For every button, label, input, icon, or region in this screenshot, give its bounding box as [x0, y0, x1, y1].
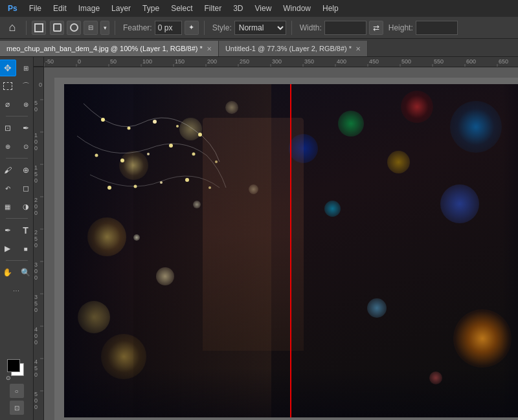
bokeh-right-5	[387, 151, 410, 173]
column-marquee-btn[interactable]: ⊟	[84, 21, 98, 35]
eraser-tool[interactable]: ◻	[17, 180, 34, 197]
move-tool[interactable]: ✥	[0, 60, 16, 76]
style-select[interactable]: Normal Fixed Ratio Fixed Size	[234, 21, 286, 35]
select-tools-2: ⌀ ⊛	[0, 96, 34, 113]
menu-file[interactable]: File	[24, 2, 47, 15]
tab-0-close[interactable]: ✕	[207, 45, 212, 52]
svg-text:2: 2	[34, 197, 38, 203]
rect-marquee-btn[interactable]	[32, 21, 46, 35]
select-tools: ⌒	[0, 78, 34, 94]
svg-text:350: 350	[304, 58, 314, 65]
height-label: Height:	[388, 23, 413, 32]
paint-tools-2: ↶ ◻	[0, 180, 34, 197]
bokeh-right-4	[440, 184, 479, 223]
width-input[interactable]	[324, 21, 366, 35]
menu-bar: Ps File Edit Image Layer Type Select Fil…	[0, 0, 518, 17]
menu-ps[interactable]: Ps	[3, 2, 23, 15]
magic-wand-tool[interactable]: ⌀	[0, 96, 16, 113]
crop-tool[interactable]: ⊡	[0, 120, 16, 137]
hand-tool[interactable]: ✋	[0, 264, 16, 281]
history-brush-tool[interactable]: ↶	[0, 180, 16, 197]
menu-window[interactable]: Window	[278, 2, 316, 15]
home-button[interactable]: ⌂	[4, 19, 21, 36]
quick-mask-btn[interactable]: ○	[10, 384, 24, 398]
svg-text:300: 300	[272, 58, 282, 65]
gradient-tool[interactable]: ▦	[0, 198, 16, 215]
zoom-tool[interactable]: 🔍	[17, 264, 34, 281]
options-toolbar: ⌂ ⊟ ▾ Feather: ✦ Style: Normal Fixed Rat…	[0, 17, 518, 39]
svg-text:4: 4	[34, 359, 38, 365]
svg-text:5: 5	[34, 236, 38, 242]
menu-layer[interactable]: Layer	[106, 2, 136, 15]
person-face-area	[203, 118, 304, 351]
type-tool[interactable]: T	[17, 222, 34, 239]
spot-heal-tool[interactable]: ⊙	[17, 138, 34, 155]
pen-tool[interactable]: ✒	[0, 222, 16, 239]
menu-filter[interactable]: Filter	[199, 2, 227, 15]
svg-text:3: 3	[34, 294, 38, 300]
marquee-dropdown[interactable]: ▾	[100, 21, 109, 35]
menu-view[interactable]: View	[250, 2, 277, 15]
crop-tools: ⊡ ✒	[0, 120, 34, 137]
red-divider-line	[290, 84, 291, 417]
ellipse-marquee-btn[interactable]	[50, 21, 64, 35]
bokeh-right-1	[450, 101, 502, 153]
fill-tools: ▦ ◑	[0, 198, 34, 215]
svg-text:450: 450	[369, 58, 379, 65]
brush-tool[interactable]: 🖌	[0, 162, 16, 179]
svg-text:5: 5	[34, 171, 38, 177]
tab-0-title: meo_chup_anh_ban_dem_4.jpg @ 100% (Layer…	[6, 45, 203, 52]
path-select-tool[interactable]: ▶	[0, 240, 16, 257]
ruler-corner	[34, 57, 44, 67]
canvas-body: 0 5 0 1 0 0 1 5 0 2 0	[34, 67, 518, 420]
style-label: Style:	[212, 23, 232, 32]
tab-bar: meo_chup_anh_ban_dem_4.jpg @ 100% (Layer…	[0, 39, 518, 57]
tab-0[interactable]: meo_chup_anh_ban_dem_4.jpg @ 100% (Layer…	[0, 41, 219, 56]
feather-input[interactable]	[155, 21, 182, 35]
menu-image[interactable]: Image	[73, 2, 105, 15]
menu-3d[interactable]: 3D	[228, 2, 248, 15]
svg-text:0: 0	[34, 268, 38, 274]
tab-1-close[interactable]: ✕	[355, 45, 361, 52]
clone-tool[interactable]: ⊕	[17, 162, 34, 179]
menu-help[interactable]: Help	[317, 2, 344, 15]
rounded-marquee-btn[interactable]	[67, 21, 81, 35]
menu-type[interactable]: Type	[137, 2, 164, 15]
menu-edit[interactable]: Edit	[48, 2, 72, 15]
canvas-area[interactable]	[54, 78, 518, 420]
eye-dropper-tool[interactable]: ⊕	[0, 138, 16, 155]
color-swatch-container[interactable]: ⊙	[7, 359, 27, 379]
canvas-wrapper: -50 0 50 100 150 200 250	[34, 57, 518, 420]
reset-colors-icon[interactable]: ⊙	[6, 375, 11, 381]
svg-text:0: 0	[34, 333, 38, 339]
svg-text:5: 5	[34, 391, 38, 397]
swap-wh-button[interactable]: ⇄	[369, 21, 383, 35]
refine-edge-icon[interactable]: ✦	[185, 21, 199, 35]
blur-tool[interactable]: ◑	[17, 198, 34, 215]
lasso-tool[interactable]: ⌒	[17, 78, 34, 94]
rect-select-tool[interactable]	[0, 78, 16, 94]
svg-text:550: 550	[434, 58, 444, 65]
svg-text:1: 1	[34, 132, 38, 138]
color-swatches: ⊙ ○ ⊡	[7, 357, 27, 417]
svg-text:100: 100	[142, 58, 152, 65]
menu-select[interactable]: Select	[166, 2, 197, 15]
svg-text:0: 0	[34, 339, 38, 346]
toolbar-separator-1	[26, 21, 27, 35]
tools-sep-4	[6, 260, 28, 261]
shape-tool[interactable]: ■	[17, 240, 34, 257]
foreground-color-swatch[interactable]	[7, 359, 20, 372]
height-input[interactable]	[416, 21, 458, 35]
artboard-tool[interactable]: ⊞	[17, 60, 34, 76]
screen-mode-btn[interactable]: ⊡	[10, 401, 24, 415]
quick-select-tool[interactable]: ⊛	[17, 96, 34, 113]
svg-text:250: 250	[240, 58, 249, 65]
eyedropper-tool[interactable]: ✒	[17, 120, 34, 137]
svg-text:150: 150	[175, 58, 185, 65]
pen-tools: ✒ T	[0, 222, 34, 239]
sample-tools: ⊕ ⊙	[0, 138, 34, 155]
tab-1[interactable]: Untitled-1 @ 77.3% (Layer 2, RGB/8#) * ✕	[219, 41, 368, 56]
more-tools[interactable]: ···	[8, 282, 25, 299]
svg-text:1: 1	[34, 164, 38, 171]
svg-text:5: 5	[34, 100, 38, 106]
